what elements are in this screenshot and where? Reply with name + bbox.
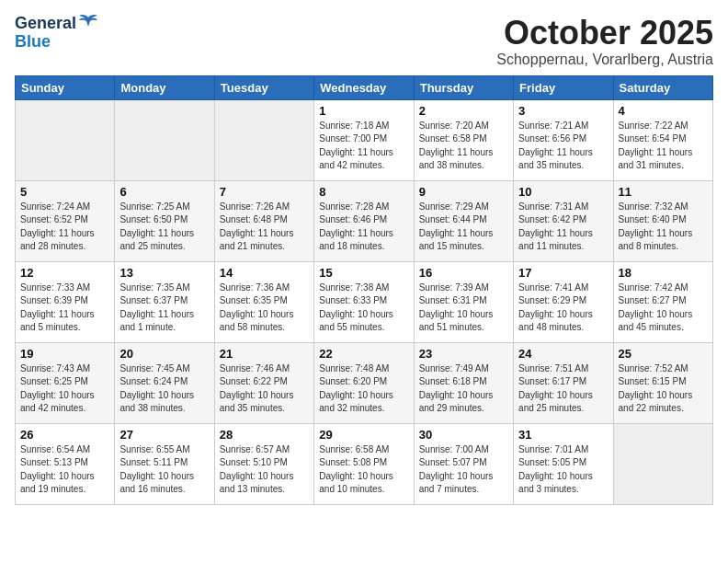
calendar-cell: 11Sunrise: 7:32 AMSunset: 6:40 PMDayligh…: [613, 180, 712, 261]
day-info: Sunrise: 7:29 AMSunset: 6:44 PMDaylight:…: [419, 201, 508, 254]
day-number: 21: [220, 347, 309, 361]
calendar-cell: 19Sunrise: 7:43 AMSunset: 6:25 PMDayligh…: [16, 342, 115, 423]
day-info: Sunrise: 6:55 AMSunset: 5:11 PMDaylight:…: [119, 443, 209, 497]
header-cell-monday: Monday: [115, 75, 214, 99]
day-info: Sunrise: 7:32 AMSunset: 6:40 PMDaylight:…: [619, 201, 708, 254]
calendar-cell: 31Sunrise: 7:01 AMSunset: 5:05 PMDayligh…: [514, 423, 613, 504]
day-number: 6: [119, 185, 209, 199]
day-info: Sunrise: 7:26 AMSunset: 6:48 PMDaylight:…: [220, 201, 309, 254]
day-info: Sunrise: 7:49 AMSunset: 6:18 PMDaylight:…: [419, 362, 508, 416]
day-info: Sunrise: 7:48 AMSunset: 6:20 PMDaylight:…: [319, 362, 408, 416]
day-number: 26: [20, 428, 109, 442]
day-number: 15: [319, 266, 408, 280]
calendar-cell: 28Sunrise: 6:57 AMSunset: 5:10 PMDayligh…: [214, 423, 313, 504]
calendar-cell: 6Sunrise: 7:25 AMSunset: 6:50 PMDaylight…: [115, 180, 214, 261]
day-number: 12: [20, 266, 109, 280]
calendar-table: SundayMondayTuesdayWednesdayThursdayFrid…: [15, 75, 713, 505]
calendar-cell: 2Sunrise: 7:20 AMSunset: 6:58 PMDaylight…: [414, 99, 513, 180]
day-info: Sunrise: 7:33 AMSunset: 6:39 PMDaylight:…: [20, 282, 109, 335]
calendar-cell: 29Sunrise: 6:58 AMSunset: 5:08 PMDayligh…: [314, 423, 414, 504]
header-cell-friday: Friday: [514, 75, 613, 99]
calendar-cell: 9Sunrise: 7:29 AMSunset: 6:44 PMDaylight…: [414, 180, 513, 261]
calendar-week-5: 26Sunrise: 6:54 AMSunset: 5:13 PMDayligh…: [16, 423, 713, 504]
day-number: 19: [20, 347, 109, 361]
calendar-cell: [214, 99, 313, 180]
calendar-week-1: 1Sunrise: 7:18 AMSunset: 7:00 PMDaylight…: [16, 99, 713, 180]
calendar-cell: 18Sunrise: 7:42 AMSunset: 6:27 PMDayligh…: [613, 261, 712, 342]
day-info: Sunrise: 6:58 AMSunset: 5:08 PMDaylight:…: [319, 443, 408, 497]
logo-blue: Blue: [15, 33, 51, 52]
calendar-body: 1Sunrise: 7:18 AMSunset: 7:00 PMDaylight…: [16, 99, 713, 504]
calendar-week-4: 19Sunrise: 7:43 AMSunset: 6:25 PMDayligh…: [16, 342, 713, 423]
calendar-cell: 21Sunrise: 7:46 AMSunset: 6:22 PMDayligh…: [214, 342, 313, 423]
day-info: Sunrise: 7:41 AMSunset: 6:29 PMDaylight:…: [518, 282, 608, 335]
calendar-header: SundayMondayTuesdayWednesdayThursdayFrid…: [16, 75, 713, 99]
page-header: General Blue October 2025 Schoppernau, V…: [15, 15, 713, 68]
day-number: 16: [419, 266, 508, 280]
day-info: Sunrise: 7:52 AMSunset: 6:15 PMDaylight:…: [619, 362, 708, 416]
calendar-cell: 30Sunrise: 7:00 AMSunset: 5:07 PMDayligh…: [414, 423, 513, 504]
calendar-cell: 23Sunrise: 7:49 AMSunset: 6:18 PMDayligh…: [414, 342, 513, 423]
day-number: 24: [518, 347, 608, 361]
day-info: Sunrise: 7:01 AMSunset: 5:05 PMDaylight:…: [518, 443, 608, 497]
calendar-cell: [16, 99, 115, 180]
calendar-cell: [613, 423, 712, 504]
day-number: 27: [119, 428, 209, 442]
calendar-cell: 5Sunrise: 7:24 AMSunset: 6:52 PMDaylight…: [16, 180, 115, 261]
day-number: 11: [619, 185, 708, 199]
logo-general: General: [15, 15, 76, 33]
header-cell-thursday: Thursday: [414, 75, 513, 99]
day-info: Sunrise: 7:18 AMSunset: 7:00 PMDaylight:…: [319, 120, 408, 173]
day-info: Sunrise: 7:51 AMSunset: 6:17 PMDaylight:…: [518, 362, 608, 416]
header-cell-tuesday: Tuesday: [214, 75, 313, 99]
calendar-cell: 7Sunrise: 7:26 AMSunset: 6:48 PMDaylight…: [214, 180, 313, 261]
day-number: 31: [518, 428, 608, 442]
day-number: 22: [319, 347, 408, 361]
day-info: Sunrise: 7:39 AMSunset: 6:31 PMDaylight:…: [419, 282, 508, 335]
calendar-cell: 10Sunrise: 7:31 AMSunset: 6:42 PMDayligh…: [514, 180, 613, 261]
day-number: 13: [119, 266, 209, 280]
header-cell-saturday: Saturday: [613, 75, 712, 99]
calendar-week-2: 5Sunrise: 7:24 AMSunset: 6:52 PMDaylight…: [16, 180, 713, 261]
day-number: 10: [518, 185, 608, 199]
day-info: Sunrise: 7:00 AMSunset: 5:07 PMDaylight:…: [419, 443, 508, 497]
day-number: 20: [119, 347, 209, 361]
header-row: SundayMondayTuesdayWednesdayThursdayFrid…: [16, 75, 713, 99]
calendar-cell: 17Sunrise: 7:41 AMSunset: 6:29 PMDayligh…: [514, 261, 613, 342]
day-number: 25: [619, 347, 708, 361]
location-subtitle: Schoppernau, Vorarlberg, Austria: [496, 52, 713, 68]
calendar-cell: 15Sunrise: 7:38 AMSunset: 6:33 PMDayligh…: [314, 261, 414, 342]
calendar-cell: [115, 99, 214, 180]
calendar-cell: 12Sunrise: 7:33 AMSunset: 6:39 PMDayligh…: [16, 261, 115, 342]
day-number: 1: [319, 104, 408, 118]
day-info: Sunrise: 7:36 AMSunset: 6:35 PMDaylight:…: [220, 282, 309, 335]
day-info: Sunrise: 7:22 AMSunset: 6:54 PMDaylight:…: [619, 120, 708, 173]
day-info: Sunrise: 6:54 AMSunset: 5:13 PMDaylight:…: [20, 443, 109, 497]
calendar-cell: 1Sunrise: 7:18 AMSunset: 7:00 PMDaylight…: [314, 99, 414, 180]
day-info: Sunrise: 7:24 AMSunset: 6:52 PMDaylight:…: [20, 201, 109, 254]
day-number: 7: [220, 185, 309, 199]
title-block: October 2025 Schoppernau, Vorarlberg, Au…: [496, 15, 713, 68]
day-number: 8: [319, 185, 408, 199]
day-number: 30: [419, 428, 508, 442]
day-number: 23: [419, 347, 508, 361]
day-info: Sunrise: 7:38 AMSunset: 6:33 PMDaylight:…: [319, 282, 408, 335]
day-number: 4: [619, 104, 708, 118]
calendar-cell: 24Sunrise: 7:51 AMSunset: 6:17 PMDayligh…: [514, 342, 613, 423]
day-info: Sunrise: 7:31 AMSunset: 6:42 PMDaylight:…: [518, 201, 608, 254]
day-number: 14: [220, 266, 309, 280]
day-info: Sunrise: 7:45 AMSunset: 6:24 PMDaylight:…: [119, 362, 209, 416]
calendar-cell: 14Sunrise: 7:36 AMSunset: 6:35 PMDayligh…: [214, 261, 313, 342]
day-number: 2: [419, 104, 508, 118]
day-number: 28: [220, 428, 309, 442]
logo: General Blue: [15, 15, 98, 52]
calendar-week-3: 12Sunrise: 7:33 AMSunset: 6:39 PMDayligh…: [16, 261, 713, 342]
calendar-cell: 26Sunrise: 6:54 AMSunset: 5:13 PMDayligh…: [16, 423, 115, 504]
header-cell-sunday: Sunday: [16, 75, 115, 99]
day-number: 17: [518, 266, 608, 280]
header-cell-wednesday: Wednesday: [314, 75, 414, 99]
day-number: 3: [518, 104, 608, 118]
calendar-cell: 20Sunrise: 7:45 AMSunset: 6:24 PMDayligh…: [115, 342, 214, 423]
day-info: Sunrise: 7:28 AMSunset: 6:46 PMDaylight:…: [319, 201, 408, 254]
day-info: Sunrise: 7:43 AMSunset: 6:25 PMDaylight:…: [20, 362, 109, 416]
